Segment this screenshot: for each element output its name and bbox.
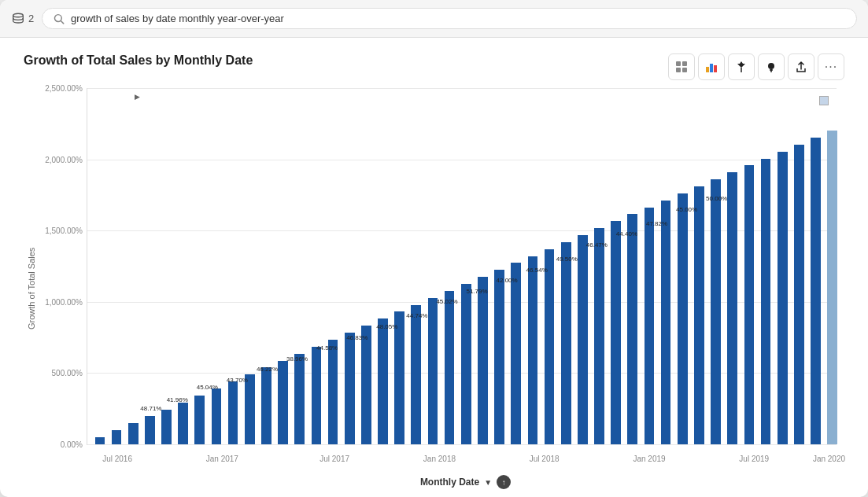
data-bar (645, 208, 655, 444)
data-bar (212, 388, 222, 444)
data-bar (278, 361, 288, 445)
data-bar (112, 430, 122, 444)
data-point-label: 38.96% (286, 355, 308, 363)
data-bar (128, 423, 139, 444)
legend-box (819, 96, 829, 105)
data-bar (394, 311, 404, 444)
chart-area: Growth of Total Sales ▶ 0.00%500.00%1,00… (24, 88, 844, 489)
y-axis-tick-label: 500.00% (52, 369, 83, 377)
data-bar (328, 340, 338, 444)
data-bar (578, 235, 588, 444)
db-count: 2 (28, 13, 34, 24)
share-icon (795, 61, 807, 73)
content-area: Growth of Total Sales by Monthly Date (0, 38, 868, 497)
data-bar (727, 172, 737, 444)
data-bar (627, 214, 637, 444)
data-point-label: 49.50% (556, 256, 578, 263)
y-grid-line (87, 160, 837, 160)
insights-button[interactable] (758, 53, 785, 80)
pin-icon (735, 61, 748, 73)
data-point-label: 46.47% (586, 241, 608, 248)
pin-button[interactable] (728, 53, 755, 80)
data-point-label: 48.71% (140, 405, 161, 412)
data-point-label: 41.96% (167, 396, 188, 403)
data-bar (361, 326, 371, 444)
svg-line-2 (61, 20, 64, 23)
x-axis-tick-label: Jan 2020 (813, 455, 845, 463)
legend (819, 96, 829, 105)
dropdown-arrow-icon[interactable]: ▼ (484, 478, 492, 487)
y-grid-line (87, 444, 837, 445)
data-bar (561, 242, 571, 444)
data-bar (594, 228, 604, 444)
chart-view-button[interactable] (698, 53, 725, 80)
y-axis-tick-label: 1,500.00% (45, 226, 83, 235)
x-axis-tick-label: Jan 2017 (206, 455, 238, 463)
y-axis-tick-label: 2,000.00% (45, 155, 83, 164)
data-point-label: 51.79% (466, 288, 487, 295)
data-bar (611, 221, 621, 444)
data-bar (511, 263, 521, 444)
data-bar (545, 249, 555, 444)
data-point-label: 50.00% (706, 195, 727, 202)
expand-icon[interactable]: ▶ (135, 93, 140, 101)
data-bar (461, 284, 471, 444)
svg-rect-13 (770, 71, 772, 72)
x-axis-tick-label: Jul 2019 (739, 455, 769, 463)
svg-rect-5 (676, 68, 681, 72)
data-point-label: 46.83% (346, 334, 368, 341)
data-point-label: 45.02% (436, 298, 457, 305)
data-bar (294, 354, 305, 444)
titlebar: 2 (0, 0, 868, 38)
svg-rect-6 (682, 68, 687, 72)
data-bar (494, 270, 504, 444)
more-button[interactable]: ··· (818, 53, 844, 80)
y-axis-tick-label: 0.00% (61, 440, 83, 449)
data-bar (312, 347, 322, 444)
svg-rect-12 (770, 69, 773, 71)
data-point-label: 44.58% (316, 344, 338, 352)
x-axis-label: Monthly Date (420, 477, 479, 488)
data-bar (794, 145, 804, 444)
svg-rect-8 (710, 64, 713, 72)
data-bar (478, 277, 488, 444)
svg-rect-4 (682, 61, 687, 66)
svg-rect-7 (706, 67, 709, 72)
data-bar (411, 305, 421, 444)
search-input[interactable] (71, 13, 845, 24)
data-bar (711, 179, 721, 444)
data-point-label: 45.00% (676, 206, 697, 213)
svg-point-11 (768, 63, 774, 69)
data-point-label: 48.05% (376, 323, 397, 330)
y-grid-line (87, 88, 837, 89)
x-axis-tick-label: Jan 2018 (423, 455, 456, 463)
x-axis-tick-label: Jul 2016 (102, 455, 132, 463)
chart-inner: ▶ 0.00%500.00%1,000.00%1,500.00%2,000.00… (39, 88, 844, 489)
data-point-label: 44.40% (616, 230, 637, 237)
x-axis-bottom: Monthly Date ▼ ↑ (87, 475, 844, 489)
data-point-label: 44.74% (406, 312, 427, 319)
data-point-label: 45.04% (197, 384, 218, 391)
y-grid-line (87, 230, 837, 231)
data-bar (761, 159, 771, 444)
data-point-label: 46.54% (526, 267, 548, 274)
data-bar (95, 437, 105, 444)
grid-view-button[interactable] (668, 53, 695, 80)
chart-header: Growth of Total Sales by Monthly Date (24, 53, 844, 80)
y-axis-tick-label: 1,000.00% (45, 297, 83, 306)
svg-rect-9 (714, 65, 717, 72)
sort-ascending-icon[interactable]: ↑ (497, 475, 511, 489)
chart-title: Growth of Total Sales by Monthly Date (24, 53, 253, 68)
data-bar (744, 165, 755, 444)
grid-icon (675, 61, 688, 73)
data-point-label: 42.00% (497, 277, 518, 284)
share-button[interactable] (788, 53, 814, 80)
data-bar (528, 256, 538, 444)
data-bar (778, 152, 788, 444)
toolbar: ··· (668, 53, 844, 80)
main-window: 2 Growth of Total Sales by Monthly Date (0, 0, 868, 497)
data-bar (811, 138, 821, 444)
search-bar[interactable] (42, 8, 857, 29)
data-bar (194, 396, 205, 444)
data-bar (661, 201, 671, 444)
